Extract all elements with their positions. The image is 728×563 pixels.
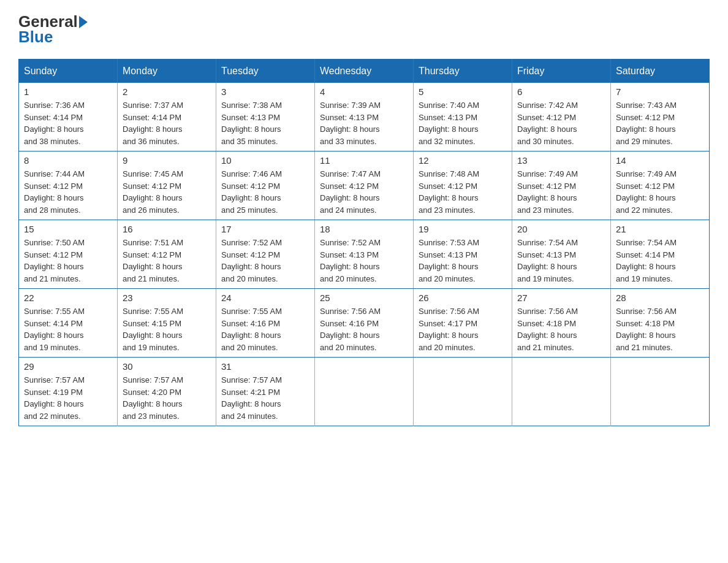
calendar-cell: 19 Sunrise: 7:53 AM Sunset: 4:13 PM Dayl… — [414, 220, 512, 289]
day-number: 21 — [616, 224, 704, 234]
day-number: 2 — [123, 86, 211, 97]
day-number: 23 — [123, 293, 211, 303]
calendar-cell — [611, 358, 710, 426]
weekday-header-friday: Friday — [512, 59, 611, 83]
day-number: 22 — [24, 293, 112, 303]
day-number: 18 — [320, 224, 408, 234]
calendar-cell: 1 Sunrise: 7:36 AM Sunset: 4:14 PM Dayli… — [19, 83, 118, 151]
day-number: 27 — [517, 293, 605, 303]
day-number: 15 — [24, 224, 112, 234]
calendar-cell: 14 Sunrise: 7:49 AM Sunset: 4:12 PM Dayl… — [611, 151, 710, 220]
calendar-cell: 6 Sunrise: 7:42 AM Sunset: 4:12 PM Dayli… — [512, 83, 611, 151]
day-info: Sunrise: 7:49 AM Sunset: 4:12 PM Dayligh… — [616, 168, 704, 216]
weekday-header-wednesday: Wednesday — [315, 59, 414, 83]
day-info: Sunrise: 7:55 AM Sunset: 4:15 PM Dayligh… — [123, 305, 211, 353]
day-info: Sunrise: 7:39 AM Sunset: 4:13 PM Dayligh… — [320, 99, 408, 147]
weekday-header-saturday: Saturday — [611, 59, 710, 83]
logo-arrow-icon — [79, 16, 88, 28]
day-number: 28 — [616, 293, 704, 303]
calendar-cell: 29 Sunrise: 7:57 AM Sunset: 4:19 PM Dayl… — [19, 358, 118, 426]
day-info: Sunrise: 7:45 AM Sunset: 4:12 PM Dayligh… — [123, 168, 211, 216]
day-info: Sunrise: 7:47 AM Sunset: 4:12 PM Dayligh… — [320, 168, 408, 216]
calendar-cell: 26 Sunrise: 7:56 AM Sunset: 4:17 PM Dayl… — [414, 289, 512, 358]
weekday-header-monday: Monday — [118, 59, 216, 83]
calendar-cell: 9 Sunrise: 7:45 AM Sunset: 4:12 PM Dayli… — [118, 151, 216, 220]
day-number: 26 — [419, 293, 507, 303]
calendar-cell: 23 Sunrise: 7:55 AM Sunset: 4:15 PM Dayl… — [118, 289, 216, 358]
day-number: 4 — [320, 86, 408, 97]
day-info: Sunrise: 7:52 AM Sunset: 4:13 PM Dayligh… — [320, 237, 408, 285]
day-info: Sunrise: 7:56 AM Sunset: 4:18 PM Dayligh… — [517, 305, 605, 353]
weekday-header-thursday: Thursday — [414, 59, 512, 83]
day-number: 3 — [221, 86, 309, 97]
calendar-cell: 15 Sunrise: 7:50 AM Sunset: 4:12 PM Dayl… — [19, 220, 118, 289]
calendar-header-row: SundayMondayTuesdayWednesdayThursdayFrid… — [19, 59, 710, 83]
day-number: 17 — [221, 224, 309, 234]
calendar-week-row: 8 Sunrise: 7:44 AM Sunset: 4:12 PM Dayli… — [19, 151, 710, 220]
day-number: 19 — [419, 224, 507, 234]
calendar-cell: 13 Sunrise: 7:49 AM Sunset: 4:12 PM Dayl… — [512, 151, 611, 220]
calendar-cell — [414, 358, 512, 426]
calendar-cell: 8 Sunrise: 7:44 AM Sunset: 4:12 PM Dayli… — [19, 151, 118, 220]
day-number: 9 — [123, 155, 211, 166]
calendar-cell: 12 Sunrise: 7:48 AM Sunset: 4:12 PM Dayl… — [414, 151, 512, 220]
calendar-cell: 31 Sunrise: 7:57 AM Sunset: 4:21 PM Dayl… — [216, 358, 315, 426]
day-number: 1 — [24, 86, 112, 97]
day-number: 25 — [320, 293, 408, 303]
day-info: Sunrise: 7:49 AM Sunset: 4:12 PM Dayligh… — [517, 168, 605, 216]
calendar-cell: 28 Sunrise: 7:56 AM Sunset: 4:18 PM Dayl… — [611, 289, 710, 358]
day-number: 12 — [419, 155, 507, 166]
day-number: 7 — [616, 86, 704, 97]
day-number: 10 — [221, 155, 309, 166]
day-info: Sunrise: 7:37 AM Sunset: 4:14 PM Dayligh… — [123, 99, 211, 147]
day-info: Sunrise: 7:54 AM Sunset: 4:14 PM Dayligh… — [616, 237, 704, 285]
day-info: Sunrise: 7:52 AM Sunset: 4:12 PM Dayligh… — [221, 237, 309, 285]
day-info: Sunrise: 7:44 AM Sunset: 4:12 PM Dayligh… — [24, 168, 112, 216]
day-number: 11 — [320, 155, 408, 166]
day-number: 24 — [221, 293, 309, 303]
calendar-week-row: 1 Sunrise: 7:36 AM Sunset: 4:14 PM Dayli… — [19, 83, 710, 151]
logo-blue-text: Blue — [18, 28, 53, 46]
day-info: Sunrise: 7:57 AM Sunset: 4:19 PM Dayligh… — [24, 374, 112, 422]
calendar-table: SundayMondayTuesdayWednesdayThursdayFrid… — [18, 59, 710, 426]
calendar-cell: 11 Sunrise: 7:47 AM Sunset: 4:12 PM Dayl… — [315, 151, 414, 220]
day-info: Sunrise: 7:55 AM Sunset: 4:16 PM Dayligh… — [221, 305, 309, 353]
weekday-header-sunday: Sunday — [19, 59, 118, 83]
day-info: Sunrise: 7:42 AM Sunset: 4:12 PM Dayligh… — [517, 99, 605, 147]
calendar-cell: 25 Sunrise: 7:56 AM Sunset: 4:16 PM Dayl… — [315, 289, 414, 358]
weekday-header-tuesday: Tuesday — [216, 59, 315, 83]
day-info: Sunrise: 7:55 AM Sunset: 4:14 PM Dayligh… — [24, 305, 112, 353]
day-number: 31 — [221, 361, 309, 372]
day-info: Sunrise: 7:56 AM Sunset: 4:16 PM Dayligh… — [320, 305, 408, 353]
day-number: 20 — [517, 224, 605, 234]
day-info: Sunrise: 7:50 AM Sunset: 4:12 PM Dayligh… — [24, 237, 112, 285]
calendar-cell: 7 Sunrise: 7:43 AM Sunset: 4:12 PM Dayli… — [611, 83, 710, 151]
day-info: Sunrise: 7:57 AM Sunset: 4:20 PM Dayligh… — [123, 374, 211, 422]
calendar-cell — [315, 358, 414, 426]
day-info: Sunrise: 7:51 AM Sunset: 4:12 PM Dayligh… — [123, 237, 211, 285]
calendar-cell: 18 Sunrise: 7:52 AM Sunset: 4:13 PM Dayl… — [315, 220, 414, 289]
calendar-cell: 3 Sunrise: 7:38 AM Sunset: 4:13 PM Dayli… — [216, 83, 315, 151]
calendar-cell: 24 Sunrise: 7:55 AM Sunset: 4:16 PM Dayl… — [216, 289, 315, 358]
day-info: Sunrise: 7:48 AM Sunset: 4:12 PM Dayligh… — [419, 168, 507, 216]
logo: General Blue — [18, 12, 89, 47]
calendar-cell — [512, 358, 611, 426]
day-info: Sunrise: 7:40 AM Sunset: 4:13 PM Dayligh… — [419, 99, 507, 147]
day-number: 14 — [616, 155, 704, 166]
calendar-cell: 2 Sunrise: 7:37 AM Sunset: 4:14 PM Dayli… — [118, 83, 216, 151]
day-info: Sunrise: 7:57 AM Sunset: 4:21 PM Dayligh… — [221, 374, 309, 422]
day-number: 13 — [517, 155, 605, 166]
calendar-cell: 4 Sunrise: 7:39 AM Sunset: 4:13 PM Dayli… — [315, 83, 414, 151]
calendar-cell: 21 Sunrise: 7:54 AM Sunset: 4:14 PM Dayl… — [611, 220, 710, 289]
day-number: 30 — [123, 361, 211, 372]
day-info: Sunrise: 7:53 AM Sunset: 4:13 PM Dayligh… — [419, 237, 507, 285]
day-info: Sunrise: 7:43 AM Sunset: 4:12 PM Dayligh… — [616, 99, 704, 147]
day-number: 5 — [419, 86, 507, 97]
day-number: 16 — [123, 224, 211, 234]
day-number: 6 — [517, 86, 605, 97]
calendar-cell: 16 Sunrise: 7:51 AM Sunset: 4:12 PM Dayl… — [118, 220, 216, 289]
day-info: Sunrise: 7:38 AM Sunset: 4:13 PM Dayligh… — [221, 99, 309, 147]
page-header: General Blue — [18, 12, 710, 47]
calendar-cell: 17 Sunrise: 7:52 AM Sunset: 4:12 PM Dayl… — [216, 220, 315, 289]
day-number: 8 — [24, 155, 112, 166]
